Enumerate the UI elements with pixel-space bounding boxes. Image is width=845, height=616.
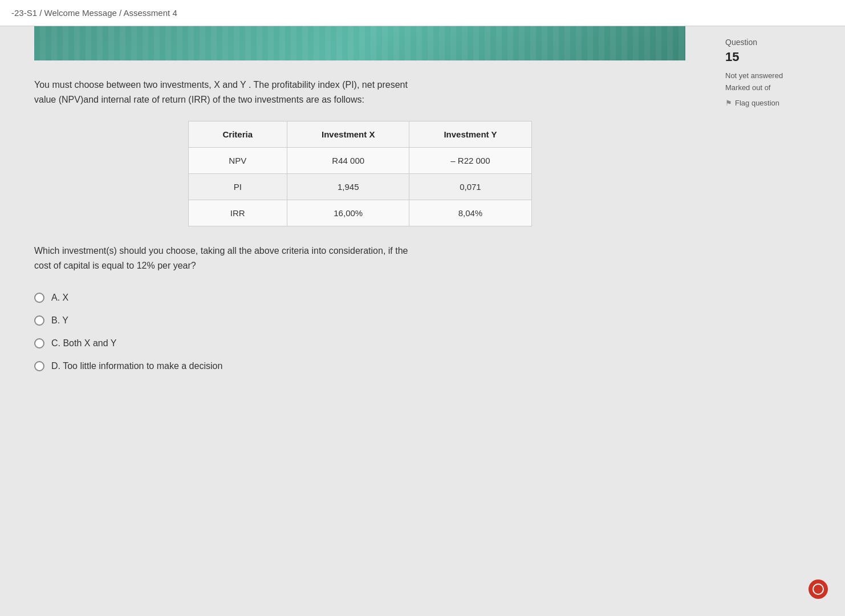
radio-b[interactable] bbox=[34, 315, 44, 326]
flag-question-label: Flag question bbox=[735, 99, 779, 107]
table-header-investment-y: Investment Y bbox=[409, 121, 531, 148]
table-cell-pi-y: 0,071 bbox=[409, 174, 531, 200]
question-intro-line2: value (NPV)and internal rate of return (… bbox=[34, 95, 364, 104]
table-row: IRR 16,00% 8,04% bbox=[188, 200, 531, 226]
flag-icon: ⚑ bbox=[725, 99, 732, 107]
table-cell-irr-y: 8,04% bbox=[409, 200, 531, 226]
table-cell-npv-criteria: NPV bbox=[188, 148, 287, 174]
table-header-criteria: Criteria bbox=[188, 121, 287, 148]
main-content: You must choose between two investments,… bbox=[0, 26, 720, 597]
option-d-label: D. Too little information to make a deci… bbox=[51, 361, 222, 371]
option-c-label: C. Both X and Y bbox=[51, 338, 116, 348]
question-intro-line1: You must choose between two investments,… bbox=[34, 80, 408, 90]
options-list: A. X B. Y C. Both X and Y D. Too little … bbox=[34, 293, 685, 371]
radio-c[interactable] bbox=[34, 338, 44, 348]
breadcrumb: -23-S1 / Welcome Message / Assessment 4 bbox=[0, 0, 845, 26]
circle-nav-inner bbox=[812, 583, 824, 595]
breadcrumb-sep-1: / bbox=[39, 8, 44, 18]
investment-table: Criteria Investment X Investment Y NPV R… bbox=[188, 121, 532, 226]
option-a[interactable]: A. X bbox=[34, 293, 685, 303]
question-sub-line1: Which investment(s) should you choose, t… bbox=[34, 246, 408, 256]
table-row: PI 1,945 0,071 bbox=[188, 174, 531, 200]
decorative-banner bbox=[34, 26, 685, 60]
flag-question-button[interactable]: ⚑ Flag question bbox=[725, 99, 836, 107]
option-a-label: A. X bbox=[51, 293, 68, 303]
option-b[interactable]: B. Y bbox=[34, 315, 685, 326]
question-sidebar: Question 15 Not yet answered Marked out … bbox=[720, 26, 845, 597]
question-label: Question bbox=[725, 38, 836, 47]
table-row: NPV R44 000 – R22 000 bbox=[188, 148, 531, 174]
question-intro-text: You must choose between two investments,… bbox=[34, 78, 685, 107]
option-b-label: B. Y bbox=[51, 315, 68, 326]
table-cell-pi-criteria: PI bbox=[188, 174, 287, 200]
table-cell-irr-x: 16,00% bbox=[287, 200, 409, 226]
table-cell-irr-criteria: IRR bbox=[188, 200, 287, 226]
marked-out-of: Marked out of bbox=[725, 83, 836, 92]
option-c[interactable]: C. Both X and Y bbox=[34, 338, 685, 348]
question-sub-text: Which investment(s) should you choose, t… bbox=[34, 244, 685, 273]
breadcrumb-sep-2: / bbox=[119, 8, 124, 18]
breadcrumb-item-1: -23-S1 bbox=[11, 8, 37, 18]
breadcrumb-item-2: Welcome Message bbox=[44, 8, 117, 18]
question-number: 15 bbox=[725, 50, 836, 64]
question-sub-line2: cost of capital is equal to 12% per year… bbox=[34, 261, 196, 270]
next-nav-button[interactable] bbox=[809, 579, 828, 599]
table-cell-npv-x: R44 000 bbox=[287, 148, 409, 174]
table-cell-npv-y: – R22 000 bbox=[409, 148, 531, 174]
table-cell-pi-x: 1,945 bbox=[287, 174, 409, 200]
radio-d[interactable] bbox=[34, 361, 44, 371]
radio-a[interactable] bbox=[34, 293, 44, 303]
breadcrumb-item-3: Assessment 4 bbox=[124, 8, 177, 18]
bottom-right-nav bbox=[809, 579, 828, 599]
not-answered-status: Not yet answered bbox=[725, 71, 836, 80]
option-d[interactable]: D. Too little information to make a deci… bbox=[34, 361, 685, 371]
table-header-investment-x: Investment X bbox=[287, 121, 409, 148]
